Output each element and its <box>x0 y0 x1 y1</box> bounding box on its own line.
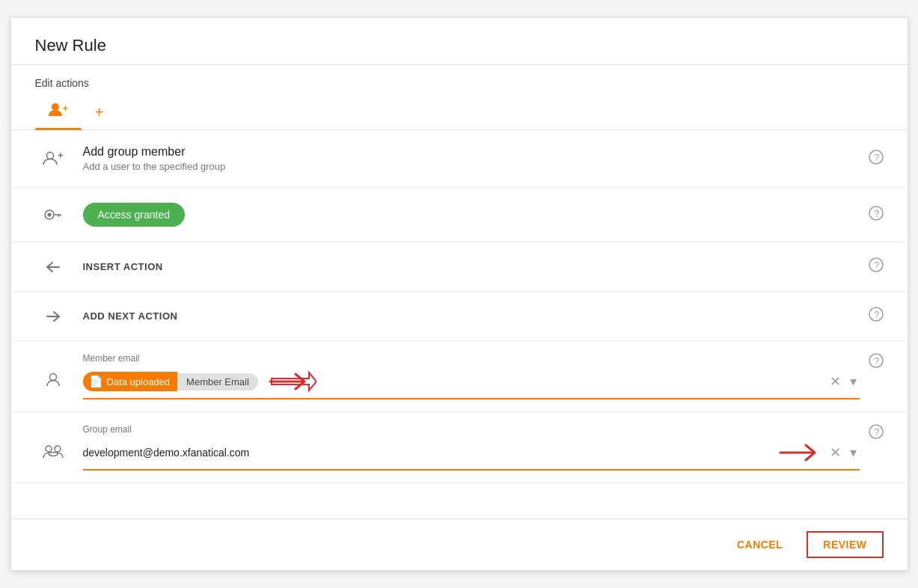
insert-action-help-icon[interactable]: ? <box>869 257 884 276</box>
insert-action-label: INSERT ACTION <box>83 261 857 272</box>
member-email-chip[interactable]: Member Email <box>177 373 258 391</box>
page-title: New Rule <box>35 36 884 55</box>
svg-point-19 <box>46 446 52 452</box>
access-granted-row: Access granted ? <box>11 188 908 242</box>
svg-point-7 <box>47 213 51 217</box>
group-email-help-icon[interactable]: ? <box>869 424 884 443</box>
add-group-member-content: Add group member Add a user to the speci… <box>83 145 857 172</box>
group-email-field-actions: ✕ ▾ <box>827 441 860 464</box>
group-email-clear-button[interactable]: ✕ <box>827 441 844 464</box>
svg-point-0 <box>52 103 59 111</box>
access-granted-content: Access granted <box>83 203 857 227</box>
insert-action-row: INSERT ACTION ? <box>11 242 908 292</box>
add-group-member-row: + Add group member Add a user to the spe… <box>11 130 908 188</box>
svg-text:+: + <box>63 103 68 114</box>
group-email-input-row: development@demo.xfanatical.com ✕ ▾ <box>83 439 860 471</box>
svg-text:?: ? <box>874 208 879 218</box>
tab-add-group[interactable]: + <box>35 95 82 129</box>
chip-orange-label: Data uploaded <box>107 376 171 388</box>
access-granted-help-icon[interactable]: ? <box>869 206 884 224</box>
svg-text:+: + <box>58 150 64 161</box>
arrow-right-icon <box>35 310 71 323</box>
member-email-label: Member email <box>83 353 860 364</box>
svg-text:?: ? <box>874 427 879 438</box>
svg-text:?: ? <box>874 260 879 271</box>
group-email-content: Group email development@demo.xfanatical.… <box>83 424 860 471</box>
cancel-button[interactable]: CANCEL <box>725 533 795 557</box>
group-email-dropdown-button[interactable]: ▾ <box>847 441 860 464</box>
add-group-member-title: Add group member <box>83 145 857 159</box>
new-rule-dialog: New Rule Edit actions + + <box>10 17 908 571</box>
doc-icon: 📄 <box>89 375 103 388</box>
member-email-arrow-annotation <box>264 368 316 395</box>
member-email-dropdown-button[interactable]: ▾ <box>847 370 860 393</box>
chip-gray-label: Member Email <box>186 376 249 388</box>
add-group-member-subtitle: Add a user to the specified group <box>83 161 857 172</box>
key-icon <box>35 208 71 221</box>
member-email-clear-button[interactable]: ✕ <box>827 370 844 393</box>
group-email-value-row: development@demo.xfanatical.com <box>83 439 827 466</box>
svg-text:?: ? <box>874 152 879 162</box>
add-tab-icon: + <box>95 104 104 121</box>
add-next-action-label: ADD NEXT ACTION <box>83 310 857 322</box>
group-icon <box>35 442 71 460</box>
add-next-action-row: ADD NEXT ACTION ? <box>11 292 908 341</box>
access-granted-badge[interactable]: Access granted <box>83 203 186 227</box>
tabs-bar: + + <box>11 89 908 130</box>
svg-point-20 <box>55 446 61 452</box>
svg-point-2 <box>46 153 53 159</box>
svg-text:?: ? <box>874 356 879 367</box>
add-next-action-content: ADD NEXT ACTION <box>83 310 857 322</box>
member-email-field-row: Member email 📄 Data uploaded Member Emai… <box>11 341 908 412</box>
arrow-left-icon <box>35 260 71 274</box>
dialog-footer: CANCEL REVIEW <box>11 518 908 570</box>
dialog-header: New Rule <box>11 18 908 65</box>
dialog-body: Edit actions + + <box>11 65 908 518</box>
add-group-icon: + <box>47 101 70 123</box>
person-icon <box>35 371 71 389</box>
group-email-label: Group email <box>83 424 860 435</box>
section-label: Edit actions <box>11 65 908 89</box>
add-person-icon: + <box>35 150 71 168</box>
member-email-field-actions: ✕ ▾ <box>827 370 860 393</box>
review-button[interactable]: REVIEW <box>807 531 883 558</box>
member-email-chips: 📄 Data uploaded Member Email <box>83 368 316 395</box>
add-next-action-help-icon[interactable]: ? <box>869 307 884 325</box>
group-email-arrow-annotation <box>774 439 827 466</box>
member-email-content: Member email 📄 Data uploaded Member Emai… <box>83 353 860 399</box>
member-email-help-icon[interactable]: ? <box>869 353 884 372</box>
data-uploaded-chip[interactable]: 📄 Data uploaded <box>83 372 178 391</box>
add-group-member-help-icon[interactable]: ? <box>869 150 884 168</box>
insert-action-content: INSERT ACTION <box>83 261 857 272</box>
svg-text:?: ? <box>874 310 879 320</box>
svg-point-14 <box>49 374 56 381</box>
member-email-input-row: 📄 Data uploaded Member Email <box>83 368 860 399</box>
group-email-field-row: Group email development@demo.xfanatical.… <box>11 412 908 483</box>
group-email-value: development@demo.xfanatical.com <box>83 447 765 459</box>
tab-add[interactable]: + <box>82 98 117 127</box>
